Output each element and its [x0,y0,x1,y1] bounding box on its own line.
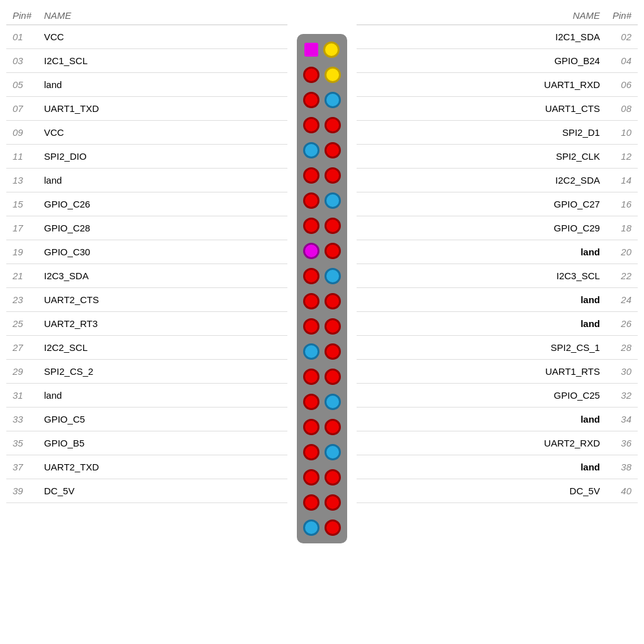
right-pin-number: 28 [606,336,638,360]
left-pin-number: 03 [6,49,38,73]
right-pin-row: DC_5V 40 [357,479,638,503]
connector-pin-pair [303,365,341,389]
pin-circle [303,494,319,511]
connector-pin-pair [303,164,341,187]
right-pin-row: I2C1_SDA 02 [357,25,638,49]
right-pin-row: GPIO_C29 18 [357,216,638,240]
right-pin-number: 02 [606,25,638,49]
pin-circle [303,469,319,486]
pin-circle [303,394,319,410]
pin-circle [323,42,340,58]
left-pin-name: I2C1_SCL [38,49,287,73]
pin-circle [303,67,319,83]
right-name-header: NAME [357,6,606,25]
left-pin-name: land [38,73,287,97]
right-pin-name: land [357,408,606,431]
pin-circle [303,419,319,435]
right-pin-row: GPIO_C25 32 [357,384,638,408]
connector-pin-pair [303,415,341,439]
pin-circle [303,519,319,536]
connector-pin-pair [303,38,341,62]
right-pin-row: SPI2_D1 10 [357,121,638,145]
connector-pin-pair [303,340,341,364]
right-pin-row: GPIO_B24 04 [357,49,638,73]
left-pin-row: 39 DC_5V [6,479,287,503]
pin-circle [325,444,341,460]
right-pin-name: GPIO_B24 [357,49,606,73]
pin-circle [303,117,319,133]
left-pin-name: I2C2_SCL [38,336,287,360]
right-pin-row: land 34 [357,408,638,431]
left-pin-name: SPI2_CS_2 [38,360,287,384]
left-pin-row: 15 GPIO_C26 [6,192,287,216]
pin-circle [325,419,341,435]
connector-pin-pair [303,113,341,137]
left-pin-number: 31 [6,384,38,408]
left-pin-name: UART2_TXD [38,455,287,479]
right-pin-number: 18 [606,216,638,240]
pin-circle [303,142,319,158]
left-pin-row: 35 GPIO_B5 [6,431,287,455]
left-pin-table: Pin# NAME 01 VCC 03 I2C1_SCL 05 land 07 … [6,6,287,503]
left-pin-number: 25 [6,312,38,336]
right-pin-name: I2C3_SCL [357,264,606,288]
right-pin-number: 06 [606,73,638,97]
pin-circle [303,444,319,460]
right-pin-name: UART1_RXD [357,73,606,97]
left-pin-row: 23 UART2_CTS [6,288,287,312]
pin-square [304,43,318,57]
pin-circle [303,293,319,309]
pin-circle [325,394,341,410]
left-pin-name: I2C3_SDA [38,264,287,288]
left-pin-row: 29 SPI2_CS_2 [6,360,287,384]
pin-circle [325,243,341,259]
left-pin-row: 03 I2C1_SCL [6,49,287,73]
left-pin-number: 17 [6,216,38,240]
left-pin-number: 21 [6,264,38,288]
left-pin-number: 23 [6,288,38,312]
connector-pin-pair [303,390,341,414]
left-pin-row: 01 VCC [6,25,287,49]
right-pin-row: UART1_RXD 06 [357,73,638,97]
main-container: Pin# NAME 01 VCC 03 I2C1_SCL 05 land 07 … [6,6,638,543]
pin-circle [325,142,341,158]
left-pin-row: 25 UART2_RT3 [6,312,287,336]
right-pin-number: 20 [606,240,638,264]
connector-pin-pair [303,314,341,338]
right-pin-name: GPIO_C25 [357,384,606,408]
left-pin-row: 13 land [6,169,287,192]
pin-circle [325,369,341,385]
left-pin-name: GPIO_C26 [38,192,287,216]
connector-pin-pair [303,516,341,540]
left-pin-number: 11 [6,145,38,169]
right-pin-number: 10 [606,121,638,145]
pin-circle [325,67,341,83]
right-pin-number: 12 [606,145,638,169]
connector-pin-pair [303,88,341,112]
left-pin-row: 31 land [6,384,287,408]
connector-pin-pair [303,289,341,313]
right-pin-number: 04 [606,49,638,73]
left-pin-number: 13 [6,169,38,192]
right-pin-name: land [357,312,606,336]
right-pin-number: 36 [606,431,638,455]
connector-pin-pair [303,138,341,162]
right-pin-name: UART1_CTS [357,97,606,121]
pin-circle [325,117,341,133]
pin-circle [325,167,341,184]
right-pin-name: I2C1_SDA [357,25,606,49]
left-pin-number: 33 [6,408,38,431]
right-pin-name: land [357,455,606,479]
right-pin-name: GPIO_C27 [357,192,606,216]
pin-circle [325,293,341,309]
right-pin-row: UART2_RXD 36 [357,431,638,455]
pin-circle [303,243,319,259]
pin-circle [325,192,341,209]
right-pin-row: SPI2_CLK 12 [357,145,638,169]
right-pin-row: land 38 [357,455,638,479]
right-pin-number: 32 [606,384,638,408]
pin-circle [325,519,341,536]
right-pin-name: land [357,240,606,264]
left-pin-row: 11 SPI2_DIO [6,145,287,169]
left-pin-name: UART1_TXD [38,97,287,121]
